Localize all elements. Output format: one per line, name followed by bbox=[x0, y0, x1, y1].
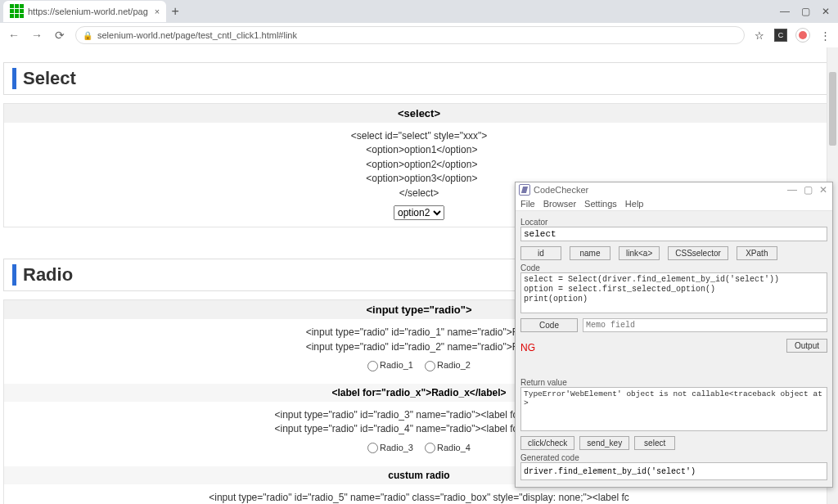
cc-code-button[interactable]: Code bbox=[520, 318, 578, 332]
lock-icon: 🔒 bbox=[83, 31, 92, 40]
cc-ng-status: NG bbox=[520, 342, 535, 353]
window-controls: — ▢ ✕ bbox=[780, 6, 835, 17]
cc-output-button[interactable]: Output bbox=[786, 339, 827, 353]
section-title: Radio bbox=[23, 264, 73, 286]
section-title: Select bbox=[23, 68, 76, 89]
cc-click-check-button[interactable]: click/check bbox=[520, 436, 574, 450]
cc-minimize-icon[interactable]: — bbox=[787, 184, 797, 196]
cc-generated-label: Generated code bbox=[520, 453, 827, 462]
close-icon[interactable]: ✕ bbox=[822, 6, 830, 17]
browser-tab[interactable]: https://selenium-world.net/pag × bbox=[3, 1, 166, 22]
cc-btn-xpath[interactable]: XPath bbox=[737, 246, 777, 260]
select-header: <select> bbox=[4, 104, 834, 123]
cc-titlebar[interactable]: CodeChecker — ▢ ✕ bbox=[516, 182, 832, 197]
cc-code-label: Code bbox=[520, 263, 827, 272]
feather-icon bbox=[519, 184, 530, 196]
cc-select-button[interactable]: select bbox=[634, 436, 675, 450]
cc-generated-code[interactable] bbox=[520, 462, 827, 480]
radio-code-3: <input type="radio" id="radio_5" name="r… bbox=[4, 491, 834, 504]
tab-title: https://selenium-world.net/pag bbox=[28, 7, 148, 16]
reload-icon[interactable]: ⟳ bbox=[52, 29, 67, 42]
new-tab-button[interactable]: + bbox=[166, 4, 184, 19]
cc-menu-help[interactable]: Help bbox=[625, 199, 644, 209]
address-bar: ← → ⟳ 🔒 selenium-world.net/page/test_cnt… bbox=[0, 23, 838, 47]
cc-return-label: Return value bbox=[520, 378, 827, 387]
section-bar-icon bbox=[12, 264, 16, 286]
select-dropdown[interactable]: option2 bbox=[394, 205, 444, 220]
cc-title: CodeChecker bbox=[534, 185, 787, 195]
scrollbar-thumb[interactable] bbox=[829, 72, 836, 146]
cc-return-area[interactable]: TypeError'WebElement' object is not call… bbox=[520, 387, 827, 431]
browser-chrome: https://selenium-world.net/pag × + — ▢ ✕… bbox=[0, 0, 838, 47]
maximize-icon[interactable]: ▢ bbox=[801, 6, 810, 17]
cc-menu-file[interactable]: File bbox=[520, 199, 535, 209]
cc-menu-browser[interactable]: Browser bbox=[543, 199, 576, 209]
tab-close-icon[interactable]: × bbox=[155, 7, 160, 16]
cc-code-area[interactable]: select = Select(driver.find_element_by_i… bbox=[520, 272, 827, 313]
cc-menu: File Browser Settings Help bbox=[516, 197, 832, 211]
radio-3[interactable]: Radio_3 bbox=[367, 442, 413, 455]
section-select: Select bbox=[3, 62, 835, 95]
url-field[interactable]: 🔒 selenium-world.net/page/test_cntl_clic… bbox=[75, 26, 745, 44]
minimize-icon[interactable]: — bbox=[780, 6, 790, 17]
forward-icon[interactable]: → bbox=[29, 29, 44, 42]
cc-btn-css[interactable]: CSSselector bbox=[668, 246, 728, 260]
url-text: selenium-world.net/page/test_cntl_click1… bbox=[97, 30, 297, 40]
profile-avatar-icon[interactable] bbox=[795, 28, 810, 43]
cc-locator-input[interactable] bbox=[520, 227, 827, 241]
cc-memo-field[interactable] bbox=[583, 318, 827, 332]
back-icon[interactable]: ← bbox=[7, 29, 21, 42]
section-bar-icon bbox=[12, 68, 16, 89]
radio-4[interactable]: Radio_4 bbox=[425, 442, 471, 455]
cc-send-key-button[interactable]: send_key bbox=[579, 436, 629, 450]
bookmark-star-icon[interactable]: ☆ bbox=[753, 29, 766, 42]
cc-btn-name[interactable]: name bbox=[570, 246, 610, 260]
cc-btn-link[interactable]: link<a> bbox=[619, 246, 660, 260]
extension-icon[interactable]: C bbox=[774, 29, 787, 42]
cc-locator-label: Locator bbox=[520, 218, 827, 227]
cc-maximize-icon[interactable]: ▢ bbox=[804, 184, 813, 196]
codechecker-window: CodeChecker — ▢ ✕ File Browser Settings … bbox=[515, 182, 833, 488]
tab-bar: https://selenium-world.net/pag × + — ▢ ✕ bbox=[0, 0, 838, 23]
cc-btn-id[interactable]: id bbox=[520, 246, 561, 260]
radio-2[interactable]: Radio_2 bbox=[425, 359, 471, 372]
kebab-menu-icon[interactable]: ⋮ bbox=[818, 29, 831, 42]
toolbar-right: ☆ C ⋮ bbox=[753, 28, 831, 43]
radio-1[interactable]: Radio_1 bbox=[367, 359, 413, 372]
cc-close-icon[interactable]: ✕ bbox=[819, 184, 827, 196]
favicon-grid-icon bbox=[10, 4, 25, 19]
cc-menu-settings[interactable]: Settings bbox=[584, 199, 617, 209]
